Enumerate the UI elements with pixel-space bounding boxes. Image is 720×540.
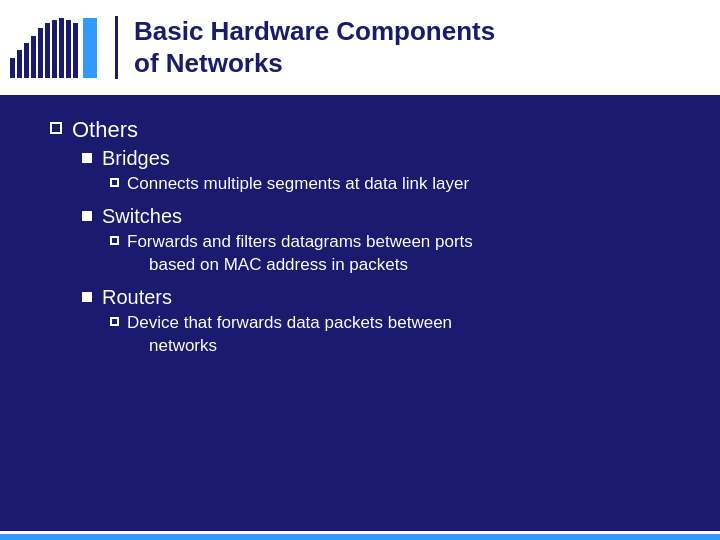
level2-routers: Routers [82,286,680,309]
level2-label-bridges: Bridges [102,147,170,170]
title-line2: of Networks [134,48,283,78]
header: Basic Hardware Components of Networks [0,0,720,95]
level3-routers-group: Device that forwards data packets betwee… [110,312,680,358]
content-area: Others Bridges Connects multiple segment… [0,95,720,531]
logo-bar-2 [17,50,22,78]
level3-text-routers: Device that forwards data packets betwee… [127,312,452,358]
bullet-routers-sub [110,317,119,326]
logo-bar-9 [66,20,71,78]
logo-bar-4 [31,36,36,78]
slide-container: Basic Hardware Components of Networks Ot… [0,0,720,540]
logo-graphic [10,18,97,78]
logo-bar-1 [10,58,15,78]
title-line1: Basic Hardware Components [134,16,495,46]
logo-bar-3 [24,43,29,78]
level3-switches-line2: based on MAC address in packets [127,254,473,277]
bullet-bridges [82,153,92,163]
level3-bridges-group: Connects multiple segments at data link … [110,173,680,196]
logo-bar-5 [38,28,43,78]
level2-switches-group: Switches Forwards and filters datagrams … [82,205,680,282]
level1-label-others: Others [72,117,138,143]
level3-switches-line1: Forwards and filters datagrams between p… [127,232,473,251]
logo [10,18,97,78]
level2-routers-group: Routers Device that forwards data packet… [82,286,680,363]
logo-bar-10 [73,23,78,78]
level2-bridges: Bridges [82,147,680,170]
logo-bar-8 [59,18,64,78]
slide-title: Basic Hardware Components of Networks [134,16,495,78]
level3-bridges-connects: Connects multiple segments at data link … [110,173,680,196]
logo-accent-bar [83,18,97,78]
level3-routers-device: Device that forwards data packets betwee… [110,312,680,358]
level2-switches: Switches [82,205,680,228]
level2-label-switches: Switches [102,205,182,228]
bullet-square-others [50,122,62,134]
bullet-routers [82,292,92,302]
logo-bar-7 [52,20,57,78]
level3-text-bridges: Connects multiple segments at data link … [127,173,469,196]
bottom-bar [0,534,720,540]
bullet-switches [82,211,92,221]
bullet-switches-sub [110,236,119,245]
level2-label-routers: Routers [102,286,172,309]
level3-routers-line1: Device that forwards data packets betwee… [127,313,452,332]
level2-bridges-group: Bridges Connects multiple segments at da… [82,147,680,201]
level1-others: Others [50,117,680,143]
bullet-bridges-sub [110,178,119,187]
level3-routers-line2: networks [127,335,452,358]
level3-text-switches: Forwards and filters datagrams between p… [127,231,473,277]
title-section: Basic Hardware Components of Networks [115,16,495,78]
level3-switches-forwards: Forwards and filters datagrams between p… [110,231,680,277]
logo-bar-6 [45,23,50,78]
level3-switches-group: Forwards and filters datagrams between p… [110,231,680,277]
logo-bars [10,18,97,78]
